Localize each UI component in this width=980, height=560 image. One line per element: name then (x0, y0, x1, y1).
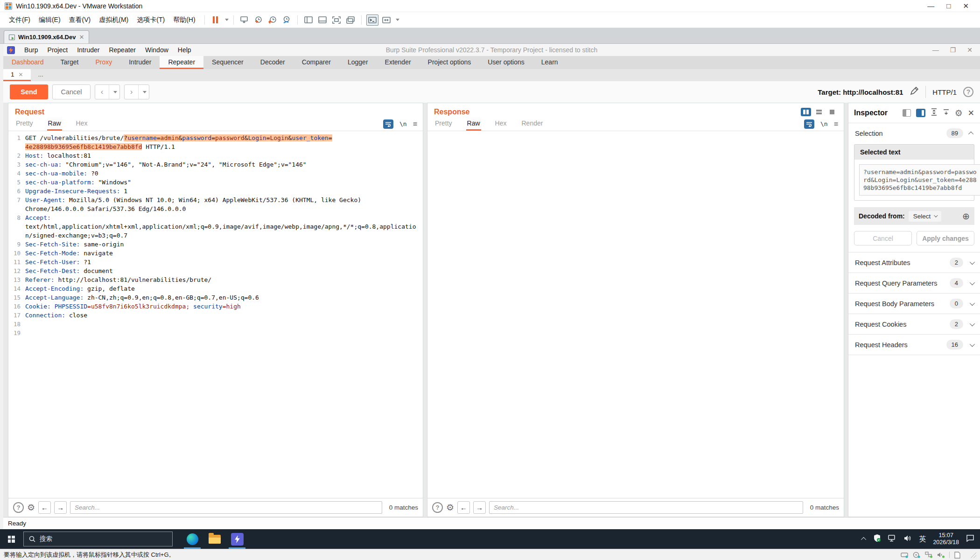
vm-tab-win10[interactable]: Win10.1909.x64.Dev ✕ (4, 30, 89, 43)
editor-menu-icon[interactable]: ≡ (413, 120, 417, 128)
burp-menu-repeater[interactable]: Repeater (104, 45, 140, 55)
cancel-button[interactable]: Cancel (52, 84, 91, 99)
tab-intruder[interactable]: Intruder (120, 56, 160, 69)
volume-icon[interactable] (904, 535, 912, 544)
take-snapshot-icon[interactable] (252, 14, 265, 26)
layout-single-icon[interactable] (827, 108, 837, 116)
response-tab-raw[interactable]: Raw (466, 117, 481, 131)
unity-mode-icon[interactable] (344, 14, 357, 26)
vmware-menu-选项卡T[interactable]: 选项卡(T) (133, 14, 169, 26)
editor-menu-icon[interactable]: ≡ (834, 120, 838, 128)
add-decoder-icon[interactable]: ⊕ (962, 212, 970, 221)
taskbar-clock[interactable]: 15:07 2026/3/18 (933, 532, 959, 546)
search-prev-button[interactable]: ← (457, 501, 470, 514)
fit-dropdown-icon[interactable] (396, 19, 399, 21)
vmware-maximize-button[interactable]: □ (946, 2, 951, 10)
burp-close-button[interactable]: ✕ (967, 46, 973, 54)
help-icon[interactable]: ? (963, 87, 973, 97)
search-help-icon[interactable]: ? (13, 502, 24, 513)
console-view-button[interactable] (366, 14, 378, 26)
tab-target[interactable]: Target (52, 56, 87, 69)
tab-project-options[interactable]: Project options (420, 56, 480, 69)
vmware-menu-编辑E[interactable]: 编辑(E) (35, 14, 65, 26)
wrap-lines-icon[interactable] (383, 119, 393, 129)
burp-menu-intruder[interactable]: Intruder (72, 45, 104, 55)
fit-guest-icon[interactable] (380, 14, 392, 26)
vmware-minimize-button[interactable]: — (927, 2, 934, 10)
taskbar-explorer-icon[interactable] (203, 529, 226, 549)
start-button[interactable] (0, 529, 22, 549)
tab-repeater[interactable]: Repeater (160, 56, 203, 69)
response-tab-pretty[interactable]: Pretty (434, 117, 453, 131)
apply-changes-button[interactable]: Apply changes (917, 231, 974, 245)
vmware-menu-文件F[interactable]: 文件(F) (5, 14, 35, 26)
inspector-cancel-button[interactable]: Cancel (854, 231, 912, 245)
hard-disk-device-icon[interactable] (901, 552, 909, 558)
burp-menu-burp[interactable]: Burp (20, 45, 43, 55)
defender-shield-icon[interactable] (873, 534, 881, 544)
manage-snapshots-icon[interactable] (280, 14, 293, 26)
action-center-icon[interactable] (966, 534, 974, 544)
collapse-all-icon[interactable] (943, 108, 950, 118)
inspector-close-icon[interactable]: ✕ (968, 108, 974, 118)
inspector-section-request-body-parameters[interactable]: Request Body Parameters0 (848, 293, 980, 314)
taskbar-search-box[interactable]: 搜索 (23, 532, 173, 546)
search-settings-icon[interactable]: ⚙ (27, 503, 35, 512)
decoded-from-select[interactable]: Select (909, 211, 942, 222)
burp-restore-button[interactable]: ❐ (950, 46, 956, 54)
inspector-dock-right-icon[interactable] (916, 109, 925, 117)
tab-proxy[interactable]: Proxy (87, 56, 120, 69)
show-thumbnail-bar-icon[interactable] (316, 14, 329, 26)
edit-target-icon[interactable] (910, 86, 919, 98)
send-ctrl-alt-del-icon[interactable] (238, 14, 251, 26)
request-search-input[interactable] (70, 501, 382, 514)
response-search-input[interactable] (489, 501, 803, 514)
show-newlines-icon[interactable]: \n (399, 120, 407, 127)
taskbar-edge-icon[interactable] (181, 529, 203, 549)
response-editor[interactable] (427, 131, 844, 498)
inspector-section-request-cookies[interactable]: Request Cookies2 (848, 314, 980, 334)
layout-rows-icon[interactable] (814, 108, 824, 116)
inspector-section-request-query-parameters[interactable]: Request Query Parameters4 (848, 273, 980, 293)
burp-menu-window[interactable]: Window (140, 45, 173, 55)
send-button[interactable]: Send (10, 84, 48, 99)
history-back-button[interactable]: ‹ (95, 84, 120, 99)
show-library-icon[interactable] (302, 14, 315, 26)
vmware-menu-查看V[interactable]: 查看(V) (65, 14, 95, 26)
message-log-icon[interactable] (954, 552, 962, 558)
repeater-tab-close-icon[interactable]: ✕ (19, 71, 23, 78)
inspector-settings-icon[interactable]: ⚙ (955, 109, 963, 118)
ime-indicator[interactable]: 英 (919, 535, 926, 544)
request-editor[interactable]: 1GET /vulnerabilities/brute/?username=ad… (8, 131, 423, 498)
tab-user-options[interactable]: User options (479, 56, 533, 69)
expand-all-icon[interactable] (931, 108, 938, 118)
tray-expand-icon[interactable] (861, 537, 866, 542)
revert-snapshot-icon[interactable] (266, 14, 279, 26)
burp-minimize-button[interactable]: — (932, 46, 939, 54)
wrap-lines-icon[interactable] (804, 119, 814, 129)
search-settings-icon[interactable]: ⚙ (446, 503, 454, 512)
layout-columns-icon[interactable] (801, 108, 811, 116)
vmware-close-button[interactable]: ✕ (963, 2, 969, 10)
search-help-icon[interactable]: ? (432, 502, 443, 513)
selection-section-header[interactable]: Selection 89 (848, 123, 980, 143)
resize-grip[interactable] (970, 552, 976, 558)
vmware-menu-帮助H[interactable]: 帮助(H) (169, 14, 199, 26)
burp-menu-help[interactable]: Help (173, 45, 196, 55)
suspend-vm-button[interactable] (210, 14, 222, 26)
repeater-tab-more[interactable]: ... (31, 69, 51, 81)
vmware-menu-虚拟机M[interactable]: 虚拟机(M) (95, 14, 133, 26)
repeater-tab-1[interactable]: 1 ✕ (3, 69, 31, 81)
tab-dashboard[interactable]: Dashboard (3, 56, 52, 69)
fullscreen-icon[interactable] (330, 14, 343, 26)
network-adapter-device-icon[interactable] (925, 552, 933, 558)
inspector-dock-left-icon[interactable] (903, 109, 911, 117)
taskbar-burp-icon[interactable] (226, 529, 248, 549)
tab-logger[interactable]: Logger (339, 56, 377, 69)
vm-tab-close-icon[interactable]: ✕ (79, 34, 84, 41)
request-tab-pretty[interactable]: Pretty (15, 117, 34, 131)
search-prev-button[interactable]: ← (38, 501, 51, 514)
tab-sequencer[interactable]: Sequencer (203, 56, 252, 69)
selected-text-value[interactable]: ?username=admin&password=password&Login=… (859, 164, 980, 196)
network-icon[interactable] (888, 535, 897, 544)
